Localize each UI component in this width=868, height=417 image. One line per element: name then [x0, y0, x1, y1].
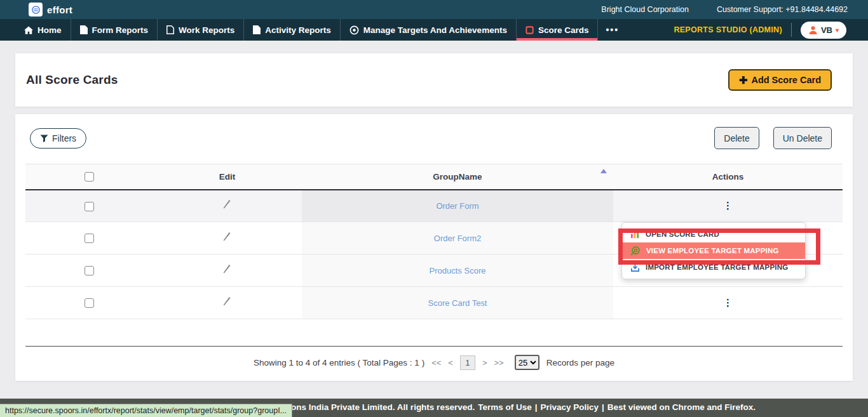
menu-item-label: IMPORT EMPLOYEE TARGET MAPPING — [646, 263, 788, 271]
chevron-down-icon: ▾ — [836, 27, 839, 34]
row-checkbox[interactable] — [85, 298, 94, 308]
effort-logo-icon — [29, 3, 43, 17]
target-mapping-icon — [630, 246, 641, 256]
title-card: All Score Cards ✚ Add Score Card — [15, 53, 853, 107]
add-score-card-button[interactable]: ✚ Add Score Card — [728, 69, 832, 91]
nav-item-manage-targets[interactable]: Manage Targets And Achievements — [341, 19, 517, 41]
app-window: effort Bright Cloud Corporation Customer… — [0, 0, 868, 417]
next-page-button[interactable]: > — [482, 358, 487, 367]
edit-pencil-icon[interactable] — [222, 264, 233, 276]
import-icon — [630, 263, 640, 272]
nav-label: Score Cards — [538, 25, 589, 35]
company-name: Bright Cloud Corporation — [601, 5, 689, 14]
nav-label: Activity Reports — [265, 25, 331, 35]
pagination: Showing 1 to 4 of 4 entries ( Total Page… — [15, 355, 853, 370]
add-score-card-label: Add Score Card — [751, 75, 821, 85]
plus-icon: ✚ — [739, 74, 747, 86]
nav-label: Work Reports — [179, 25, 234, 35]
home-icon — [24, 26, 33, 34]
top-header: effort Bright Cloud Corporation Customer… — [0, 0, 868, 19]
actions-column-header: Actions — [613, 164, 843, 190]
terms-of-use-link[interactable]: Terms of Use — [478, 402, 532, 417]
nav-right: REPORTS STUDIO (ADMIN) VB ▾ — [674, 19, 846, 41]
edit-pencil-icon[interactable] — [222, 296, 233, 308]
nav-item-home[interactable]: Home — [15, 19, 71, 41]
nav-item-work-reports[interactable]: Work Reports — [158, 19, 244, 41]
table-row: Order Form ⋮ — [25, 190, 843, 222]
file-icon — [253, 25, 261, 34]
row-checkbox[interactable] — [85, 266, 94, 275]
person-icon — [808, 25, 818, 35]
privacy-policy-link[interactable]: Privacy Policy — [540, 402, 599, 417]
row-checkbox[interactable] — [85, 234, 94, 243]
brand-logo[interactable]: effort — [29, 3, 72, 17]
prev-page-button[interactable]: < — [448, 358, 453, 367]
records-per-page-select[interactable]: 25 — [515, 355, 539, 370]
row-actions-kebab-icon[interactable]: ⋮ — [723, 200, 733, 211]
select-all-header — [25, 164, 153, 190]
filters-button[interactable]: Filters — [30, 128, 86, 149]
edit-column-header: Edit — [153, 164, 302, 190]
page-title: All Score Cards — [26, 73, 118, 87]
brand-name: effort — [47, 4, 72, 15]
scorecard-icon — [526, 26, 534, 34]
sort-asc-icon — [600, 169, 607, 173]
file-icon — [80, 25, 88, 34]
delete-button[interactable]: Delete — [714, 127, 759, 149]
main-nav: Home Form Reports Work Reports Activity … — [0, 19, 868, 41]
nav-item-form-reports[interactable]: Form Reports — [71, 19, 158, 41]
target-icon — [349, 25, 359, 35]
last-page-button[interactable]: >> — [494, 358, 504, 367]
row-actions-menu: OPEN SCORE CARD VIEW EMPLOYEE TARGET MAP… — [621, 222, 806, 279]
nav-label: Manage Targets And Achievements — [363, 25, 507, 35]
bar-chart-icon — [630, 230, 640, 239]
nav-more-button[interactable]: ••• — [598, 19, 627, 41]
edit-pencil-icon[interactable] — [222, 232, 233, 244]
user-initials: VB — [821, 25, 832, 35]
groupname-column-header[interactable]: GroupName — [302, 164, 613, 190]
current-page-button[interactable]: 1 — [460, 355, 475, 370]
group-link[interactable]: Products Score — [430, 266, 486, 275]
footer-separator: | — [602, 402, 604, 417]
table-header-row: Edit GroupName Actions — [25, 164, 843, 190]
group-link[interactable]: Score Card Test — [428, 298, 487, 308]
funnel-icon — [40, 135, 48, 143]
studio-label: REPORTS STUDIO (ADMIN) — [674, 25, 782, 34]
menu-item-label: OPEN SCORE CARD — [646, 230, 719, 238]
pagination-summary: Showing 1 to 4 of 4 entries ( Total Page… — [254, 358, 424, 367]
nav-label: Home — [37, 25, 62, 35]
group-link[interactable]: Order Form2 — [434, 234, 481, 243]
edit-pencil-icon[interactable] — [222, 199, 233, 211]
records-per-page-label: Records per page — [546, 358, 614, 367]
menu-item-import-employee-target-mapping[interactable]: IMPORT EMPLOYEE TARGET MAPPING — [622, 259, 805, 275]
nav-item-score-cards[interactable]: Score Cards — [517, 19, 599, 41]
undelete-button[interactable]: Un Delete — [773, 127, 832, 149]
top-header-right: Bright Cloud Corporation Customer Suppor… — [601, 5, 848, 14]
groupname-label: GroupName — [433, 172, 482, 182]
row-checkbox[interactable] — [85, 202, 94, 211]
first-page-button[interactable]: << — [431, 358, 441, 367]
footer-separator: | — [535, 402, 538, 417]
best-viewed-text: Best viewed on Chrome and Firefox. — [607, 402, 756, 417]
browser-status-url: https://secure.spoors.in/effortx/report/… — [0, 404, 292, 417]
nav-item-activity-reports[interactable]: Activity Reports — [244, 19, 341, 41]
menu-item-open-score-card[interactable]: OPEN SCORE CARD — [622, 226, 805, 242]
nav-label: Form Reports — [92, 25, 149, 35]
menu-item-label: VIEW EMPLOYEE TARGET MAPPING — [646, 247, 779, 255]
group-link[interactable]: Order Form — [436, 201, 478, 211]
customer-support: Customer Support: +91.84484.44692 — [717, 5, 848, 14]
divider — [791, 23, 792, 37]
file-icon — [166, 25, 174, 34]
table-row: Score Card Test ⋮ — [25, 287, 843, 319]
filters-label: Filters — [52, 133, 76, 143]
bulk-actions: Delete Un Delete — [714, 127, 832, 149]
user-menu-button[interactable]: VB ▾ — [801, 22, 846, 39]
select-all-checkbox[interactable] — [85, 172, 94, 182]
row-actions-kebab-icon[interactable]: ⋮ — [723, 297, 733, 308]
divider — [25, 346, 843, 347]
menu-item-view-employee-target-mapping[interactable]: VIEW EMPLOYEE TARGET MAPPING — [622, 242, 805, 259]
